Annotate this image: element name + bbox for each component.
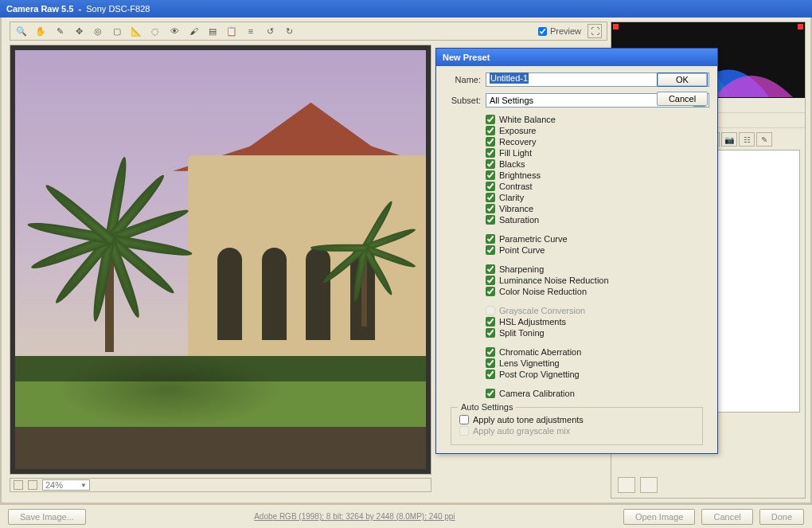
white-balance-tool-icon[interactable]: ✎ bbox=[53, 25, 66, 37]
setting-checkbox[interactable] bbox=[486, 193, 495, 202]
auto-tone-checkbox[interactable] bbox=[459, 415, 469, 424]
setting-checkbox[interactable] bbox=[486, 328, 495, 338]
setting-label: Camera Calibration bbox=[499, 389, 575, 398]
setting-checkbox[interactable] bbox=[486, 115, 495, 124]
setting-label: HSL Adjustments bbox=[499, 317, 566, 327]
setting-label: Sharpening bbox=[499, 264, 544, 274]
setting-checkbox[interactable] bbox=[486, 370, 495, 379]
prefs-icon[interactable]: 📋 bbox=[225, 25, 238, 37]
name-value: Untitled-1 bbox=[490, 72, 529, 84]
done-button[interactable]: Done bbox=[759, 509, 804, 525]
save-image-button[interactable]: Save Image... bbox=[8, 509, 86, 525]
new-preset-button[interactable] bbox=[618, 477, 635, 493]
setting-checkbox[interactable] bbox=[486, 317, 495, 327]
list-icon[interactable]: ≡ bbox=[244, 25, 257, 37]
straighten-tool-icon[interactable]: 📐 bbox=[130, 25, 142, 37]
setting-checkbox-row: Saturation bbox=[486, 214, 642, 225]
workflow-options-link[interactable]: Adobe RGB (1998); 8 bit; 3264 by 2448 (8… bbox=[86, 512, 623, 521]
spot-removal-tool-icon[interactable]: ◌ bbox=[149, 25, 162, 37]
zoom-value: 24% bbox=[45, 480, 63, 490]
setting-checkbox[interactable] bbox=[486, 137, 495, 147]
setting-checkbox-row: Chromatic Aberration bbox=[486, 346, 642, 358]
zoom-dropdown[interactable]: 24% ▼ bbox=[42, 479, 90, 491]
setting-checkbox-row: Parametric Curve bbox=[486, 233, 642, 244]
setting-checkbox[interactable] bbox=[486, 170, 495, 180]
ok-button[interactable]: OK bbox=[657, 72, 708, 87]
setting-checkbox-row: Brightness bbox=[486, 170, 642, 181]
setting-checkbox[interactable] bbox=[486, 276, 495, 285]
preview-label: Preview bbox=[550, 26, 581, 36]
setting-label: Split Toning bbox=[499, 328, 545, 338]
setting-checkbox-row: Lens Vignetting bbox=[486, 358, 642, 369]
setting-label: Contrast bbox=[499, 182, 533, 191]
auto-grayscale-checkbox bbox=[459, 426, 469, 436]
fullscreen-icon[interactable]: ⛶ bbox=[588, 24, 602, 38]
setting-label: Color Noise Reduction bbox=[499, 287, 587, 296]
setting-checkbox[interactable] bbox=[486, 126, 495, 135]
cancel-button[interactable]: Cancel bbox=[701, 509, 752, 525]
setting-checkbox-row: Recovery bbox=[486, 136, 642, 147]
auto-tone-checkbox-row: Apply auto tone adjustments bbox=[459, 414, 694, 425]
main-toolbar: 🔍 ✋ ✎ ✥ ◎ ▢ 📐 ◌ 👁 🖌 ▤ 📋 ≡ ↺ ↻ Preview ⛶ bbox=[10, 22, 607, 41]
presets-tab-icon[interactable]: ☷ bbox=[739, 132, 755, 147]
setting-checkbox-row: HSL Adjustments bbox=[486, 316, 642, 327]
setting-label: Saturation bbox=[499, 215, 539, 225]
setting-checkbox[interactable] bbox=[486, 148, 495, 158]
setting-checkbox-row: Grayscale Conversion bbox=[486, 305, 642, 316]
setting-checkbox-row: Split Toning bbox=[486, 327, 642, 338]
color-sampler-tool-icon[interactable]: ✥ bbox=[72, 25, 85, 37]
dialog-title: New Preset bbox=[443, 53, 490, 62]
setting-label: Vibrance bbox=[499, 204, 533, 213]
open-image-button[interactable]: Open Image bbox=[623, 509, 696, 525]
auto-grayscale-checkbox-row: Apply auto grayscale mix bbox=[459, 425, 694, 436]
setting-label: Brightness bbox=[499, 170, 541, 180]
setting-checkbox[interactable] bbox=[486, 264, 495, 274]
setting-checkbox[interactable] bbox=[486, 159, 495, 169]
setting-checkbox-row: Vibrance bbox=[486, 203, 642, 214]
camera-model: Sony DSC-F828 bbox=[86, 4, 150, 14]
setting-checkbox-row: Sharpening bbox=[486, 264, 642, 275]
camera-tab-icon[interactable]: 📷 bbox=[721, 132, 737, 147]
setting-checkbox[interactable] bbox=[486, 182, 495, 191]
graduated-filter-tool-icon[interactable]: ▤ bbox=[206, 25, 219, 37]
setting-checkbox[interactable] bbox=[486, 245, 495, 255]
adjustment-brush-tool-icon[interactable]: 🖌 bbox=[187, 25, 200, 37]
auto-settings-legend: Auto Settings bbox=[458, 402, 516, 412]
zoom-in-button[interactable] bbox=[28, 480, 37, 490]
setting-checkbox-row: Camera Calibration bbox=[486, 388, 642, 399]
dialog-cancel-button[interactable]: Cancel bbox=[657, 92, 708, 106]
setting-checkbox-row: White Balance bbox=[486, 114, 642, 125]
targeted-adjust-tool-icon[interactable]: ◎ bbox=[92, 25, 104, 37]
setting-checkbox-row: Fill Light bbox=[486, 147, 642, 158]
setting-checkbox[interactable] bbox=[486, 389, 495, 398]
zoom-out-button[interactable] bbox=[14, 480, 23, 490]
setting-label: Luminance Noise Reduction bbox=[499, 276, 609, 285]
setting-label: Grayscale Conversion bbox=[499, 306, 585, 315]
name-label: Name: bbox=[444, 75, 481, 84]
setting-checkbox bbox=[486, 306, 495, 315]
setting-label: Chromatic Aberration bbox=[499, 347, 581, 357]
red-eye-tool-icon[interactable]: 👁 bbox=[168, 25, 181, 37]
setting-checkbox[interactable] bbox=[486, 347, 495, 357]
setting-checkbox[interactable] bbox=[486, 287, 495, 296]
setting-checkbox[interactable] bbox=[486, 215, 495, 225]
setting-checkbox-row: Post Crop Vignetting bbox=[486, 369, 642, 380]
snapshot-tab-icon[interactable]: ✎ bbox=[756, 132, 772, 147]
hand-tool-icon[interactable]: ✋ bbox=[34, 25, 47, 37]
rotate-ccw-icon[interactable]: ↺ bbox=[264, 25, 276, 37]
dialog-titlebar[interactable]: New Preset bbox=[436, 49, 717, 66]
image-panel bbox=[10, 45, 431, 475]
setting-checkbox-row: Exposure bbox=[486, 125, 642, 136]
preview-checkbox[interactable] bbox=[538, 27, 547, 36]
image-viewport[interactable] bbox=[15, 50, 426, 469]
setting-checkbox[interactable] bbox=[486, 358, 495, 368]
setting-label: Parametric Curve bbox=[499, 234, 568, 244]
rotate-cw-icon[interactable]: ↻ bbox=[283, 25, 295, 37]
setting-checkbox[interactable] bbox=[486, 234, 495, 244]
delete-preset-button[interactable] bbox=[640, 477, 658, 493]
setting-label: Clarity bbox=[499, 193, 524, 202]
setting-checkbox[interactable] bbox=[486, 204, 495, 213]
setting-checkbox-row: Contrast bbox=[486, 181, 642, 192]
zoom-tool-icon[interactable]: 🔍 bbox=[15, 25, 28, 37]
crop-tool-icon[interactable]: ▢ bbox=[111, 25, 123, 37]
